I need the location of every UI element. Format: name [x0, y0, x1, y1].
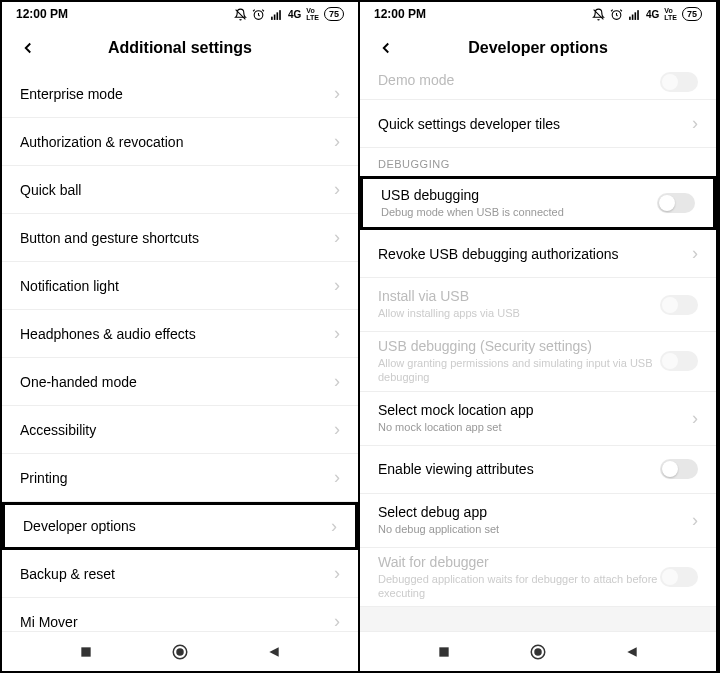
- list-item[interactable]: Enterprise mode›: [2, 70, 358, 118]
- svg-rect-3: [274, 14, 276, 19]
- list-item-sublabel: No debug application set: [378, 522, 499, 536]
- nav-home[interactable]: [528, 642, 548, 662]
- svg-rect-4: [276, 12, 278, 20]
- list-item-label: Headphones & audio effects: [20, 326, 196, 342]
- chevron-right-icon: ›: [326, 563, 340, 584]
- list-item-label: Select debug app: [378, 504, 499, 520]
- svg-point-8: [177, 649, 183, 655]
- signal-icon: [270, 8, 283, 21]
- settings-list: Enterprise mode›Authorization & revocati…: [2, 70, 358, 631]
- list-item[interactable]: Enable viewing attributes: [360, 446, 716, 494]
- svg-rect-12: [629, 16, 631, 19]
- list-item-label: Quick ball: [20, 182, 81, 198]
- list-item[interactable]: Quick settings developer tiles›: [360, 100, 716, 148]
- nav-bar: [2, 631, 358, 671]
- list-item-sublabel: No mock location app set: [378, 420, 534, 434]
- list-item[interactable]: Button and gesture shortcuts›: [2, 214, 358, 262]
- chevron-right-icon: ›: [684, 408, 698, 429]
- nav-back[interactable]: [264, 642, 284, 662]
- list-item[interactable]: Printing›: [2, 454, 358, 502]
- list-item[interactable]: Developer options›: [2, 502, 358, 550]
- phone-left: 12:00 PM 4G VoLTE 75 Additional settings…: [2, 2, 360, 671]
- list-item-sublabel: Debugged application waits for debugger …: [378, 572, 660, 601]
- dnd-icon: [592, 8, 605, 21]
- svg-rect-14: [634, 12, 636, 20]
- list-item[interactable]: Headphones & audio effects›: [2, 310, 358, 358]
- list-item[interactable]: USB debuggingDebug mode when USB is conn…: [360, 176, 716, 230]
- status-bar: 12:00 PM 4G VoLTE 75: [2, 2, 358, 26]
- nav-recent[interactable]: [76, 642, 96, 662]
- nav-home[interactable]: [170, 642, 190, 662]
- chevron-right-icon: ›: [326, 131, 340, 152]
- list-item-label: Authorization & revocation: [20, 134, 183, 150]
- svg-rect-5: [279, 10, 281, 20]
- toggle-switch: [660, 567, 698, 587]
- chevron-right-icon: ›: [326, 179, 340, 200]
- chevron-right-icon: ›: [323, 516, 337, 537]
- battery-icon: 75: [682, 7, 702, 21]
- chevron-right-icon: ›: [326, 323, 340, 344]
- nav-back[interactable]: [622, 642, 642, 662]
- volte-label: VoLTE: [664, 7, 677, 21]
- status-icons: 4G VoLTE 75: [592, 7, 702, 21]
- chevron-right-icon: ›: [326, 371, 340, 392]
- volte-label: VoLTE: [306, 7, 319, 21]
- list-item-sublabel: Allow installing apps via USB: [378, 306, 520, 320]
- svg-marker-9: [269, 647, 278, 656]
- list-item[interactable]: Notification light›: [2, 262, 358, 310]
- toggle-switch[interactable]: [660, 459, 698, 479]
- list-item[interactable]: Mi Mover›: [2, 598, 358, 631]
- list-item-sublabel: Debug mode when USB is connected: [381, 205, 564, 219]
- svg-rect-15: [637, 10, 639, 20]
- network-label: 4G: [288, 9, 301, 20]
- page-title: Additional settings: [2, 39, 358, 57]
- list-item[interactable]: Accessibility›: [2, 406, 358, 454]
- chevron-right-icon: ›: [684, 510, 698, 531]
- list-item[interactable]: Select mock location appNo mock location…: [360, 392, 716, 446]
- list-item[interactable]: Revoke USB debugging authorizations›: [360, 230, 716, 278]
- list-item-label: Notification light: [20, 278, 119, 294]
- chevron-right-icon: ›: [326, 83, 340, 104]
- svg-rect-2: [271, 16, 273, 19]
- status-time: 12:00 PM: [374, 7, 426, 21]
- toggle-switch: [660, 72, 698, 92]
- list-item-label: Install via USB: [378, 288, 520, 304]
- status-icons: 4G VoLTE 75: [234, 7, 344, 21]
- chevron-right-icon: ›: [326, 467, 340, 488]
- list-item-label: Button and gesture shortcuts: [20, 230, 199, 246]
- title-bar: Additional settings: [2, 26, 358, 70]
- list-item[interactable]: Backup & reset›: [2, 550, 358, 598]
- list-item-label: Enable viewing attributes: [378, 461, 534, 477]
- svg-marker-19: [627, 647, 636, 656]
- list-item-label: One-handed mode: [20, 374, 137, 390]
- status-bar: 12:00 PM 4G VoLTE 75: [360, 2, 716, 26]
- list-item-label: Select mock location app: [378, 402, 534, 418]
- list-item[interactable]: Select debug appNo debug application set…: [360, 494, 716, 548]
- alarm-icon: [610, 8, 623, 21]
- list-item-label: Revoke USB debugging authorizations: [378, 246, 619, 262]
- list-item: Demo mode: [360, 70, 716, 100]
- chevron-right-icon: ›: [684, 113, 698, 134]
- toggle-switch: [660, 351, 698, 371]
- alarm-icon: [252, 8, 265, 21]
- page-title: Developer options: [360, 39, 716, 57]
- status-time: 12:00 PM: [16, 7, 68, 21]
- list-item-label: USB debugging: [381, 187, 564, 203]
- list-item-label: Quick settings developer tiles: [378, 116, 560, 132]
- list-item[interactable]: Authorization & revocation›: [2, 118, 358, 166]
- list-item-label: Developer options: [23, 518, 136, 534]
- section-header: DEBUGGING: [360, 148, 716, 176]
- svg-rect-13: [632, 14, 634, 19]
- back-button[interactable]: [16, 36, 40, 60]
- list-item[interactable]: One-handed mode›: [2, 358, 358, 406]
- chevron-right-icon: ›: [326, 275, 340, 296]
- list-item-label: Backup & reset: [20, 566, 115, 582]
- nav-bar: [360, 631, 716, 671]
- list-item: Wait for debuggerDebugged application wa…: [360, 548, 716, 608]
- list-item-label: Wait for debugger: [378, 554, 660, 570]
- phone-right: 12:00 PM 4G VoLTE 75 Developer options D…: [360, 2, 718, 671]
- back-button[interactable]: [374, 36, 398, 60]
- toggle-switch[interactable]: [657, 193, 695, 213]
- list-item[interactable]: Quick ball›: [2, 166, 358, 214]
- nav-recent[interactable]: [434, 642, 454, 662]
